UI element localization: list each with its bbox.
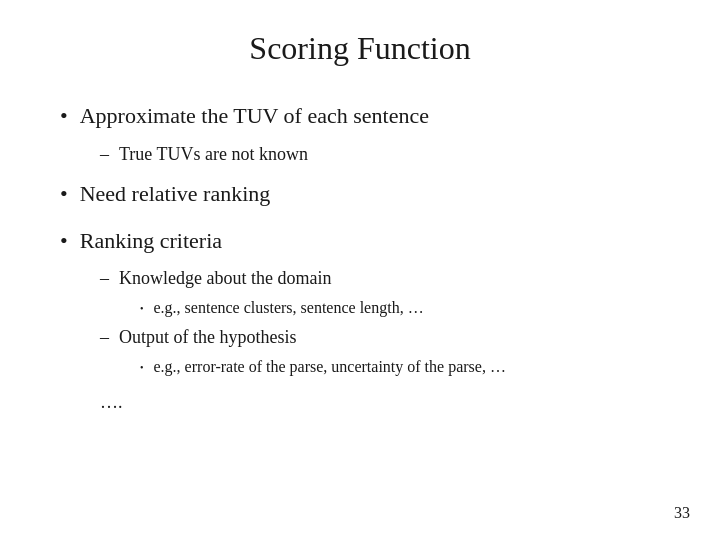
sub-bullet-3-2: – Output of the hypothesis bbox=[100, 327, 660, 348]
bullet-3-dot: • bbox=[60, 226, 68, 257]
sub-bullet-3-1: – Knowledge about the domain bbox=[100, 268, 660, 289]
slide: Scoring Function • Approximate the TUV o… bbox=[0, 0, 720, 540]
bullet-2-dot: • bbox=[60, 179, 68, 210]
bullet-2-text: Need relative ranking bbox=[80, 179, 271, 210]
bullet-3-text: Ranking criteria bbox=[80, 226, 222, 257]
sub-sub-bullet-3-1-1-text: e.g., sentence clusters, sentence length… bbox=[154, 299, 424, 317]
sub-sub-bullet-3-1-1: • e.g., sentence clusters, sentence leng… bbox=[140, 299, 660, 317]
sub-bullet-1-1: – True TUVs are not known bbox=[100, 144, 660, 165]
sub-sub-bullet-3-2-1: • e.g., error-rate of the parse, uncerta… bbox=[140, 358, 660, 376]
ellipsis: …. bbox=[100, 392, 660, 413]
sub-sub-dot-3-2-1: • bbox=[140, 362, 144, 373]
bullet-1: • Approximate the TUV of each sentence bbox=[60, 101, 660, 132]
sub-bullet-3-2-text: Output of the hypothesis bbox=[119, 327, 297, 348]
sub-dash-3-2: – bbox=[100, 327, 109, 348]
sub-bullet-3-1-text: Knowledge about the domain bbox=[119, 268, 331, 289]
sub-sub-dot-3-1-1: • bbox=[140, 303, 144, 314]
sub-dash-1-1: – bbox=[100, 144, 109, 165]
slide-title: Scoring Function bbox=[60, 30, 660, 67]
page-number: 33 bbox=[674, 504, 690, 522]
sub-sub-bullet-3-2-1-text: e.g., error-rate of the parse, uncertain… bbox=[154, 358, 506, 376]
bullet-1-text: Approximate the TUV of each sentence bbox=[80, 101, 429, 132]
bullet-1-dot: • bbox=[60, 101, 68, 132]
bullet-3: • Ranking criteria bbox=[60, 226, 660, 257]
sub-bullet-1-1-text: True TUVs are not known bbox=[119, 144, 308, 165]
slide-content: • Approximate the TUV of each sentence –… bbox=[60, 95, 660, 510]
sub-dash-3-1: – bbox=[100, 268, 109, 289]
bullet-2: • Need relative ranking bbox=[60, 179, 660, 210]
